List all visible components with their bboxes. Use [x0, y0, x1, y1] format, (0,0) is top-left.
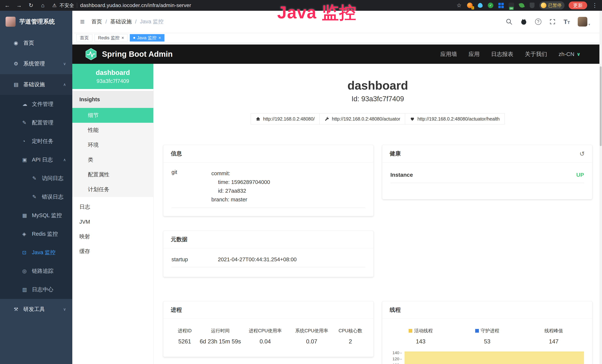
font-size-small-glyph: T: [568, 20, 570, 25]
app-title: 芋道管理系统: [19, 18, 55, 26]
reload-icon[interactable]: ↻: [27, 0, 34, 11]
sba-item-classes[interactable]: 类: [72, 152, 153, 167]
sidebar-item-system-mgmt[interactable]: ⚙ 系统管理 ∨: [0, 54, 72, 74]
history-icon[interactable]: ↺: [580, 150, 585, 157]
on-badge: on: [509, 7, 514, 10]
font-size-icon[interactable]: T T: [564, 19, 570, 25]
sidebar-item-config-mgmt[interactable]: ✎ 配置管理: [0, 114, 72, 132]
sidebar-item-error-logs[interactable]: ✎ 错误日志: [0, 188, 72, 206]
extension-pin-icon[interactable]: [529, 2, 535, 9]
sidebar-item-infrastructure[interactable]: ▤ 基础设施 ∧: [0, 74, 72, 95]
sidebar-item-label: 首页: [23, 39, 34, 47]
extension-switch-icon[interactable]: on: [508, 2, 515, 9]
sba-item-logs[interactable]: 日志: [72, 200, 153, 214]
legend-label-text: 线程峰值: [545, 328, 563, 334]
health-url-link[interactable]: http://192.168.0.2:48080/actuator/health: [405, 113, 505, 124]
avatar: [578, 17, 587, 27]
tab-java-monitor[interactable]: Java 监控 ×: [130, 34, 164, 42]
sba-sidebar: dashboard 93a3fc7f7409 Insights 细节 性能 环境…: [72, 64, 153, 364]
chevron-down-icon: ∨: [577, 51, 580, 57]
address-bar[interactable]: ⚠ 不安全 dashboard.yudao.iocoder.cn/infra/a…: [52, 2, 451, 9]
breadcrumb: 首页 / 基础设施 / Java 监控: [91, 18, 163, 25]
screen: ← → ↻ ⌂ ⚠ 不安全 dashboard.yudao.iocoder.cn…: [0, 0, 602, 364]
sba-item-performance[interactable]: 性能: [72, 123, 153, 138]
sba-item-config-props[interactable]: 配置属性: [72, 167, 153, 182]
sidebar-item-file-mgmt[interactable]: ☁ 文件管理: [0, 95, 72, 114]
browser-home-icon[interactable]: ⌂: [39, 0, 46, 11]
browser-menu-icon[interactable]: ⋮: [591, 0, 598, 11]
help-icon[interactable]: ?: [535, 19, 541, 25]
page-title: dashboard: [163, 79, 592, 92]
forward-icon[interactable]: →: [16, 0, 23, 11]
sba-item-scheduled-tasks[interactable]: 计划任务: [72, 182, 153, 197]
breadcrumb-separator: /: [106, 19, 107, 25]
extension-grid-icon[interactable]: [498, 2, 504, 9]
sba-nav-applications[interactable]: 应用: [469, 50, 480, 58]
sidebar-item-home[interactable]: ◉ 首页: [0, 33, 72, 54]
language-selector[interactable]: zh-CN ∨: [559, 51, 580, 57]
sba-nav-journal[interactable]: 日志报表: [491, 50, 513, 58]
sidebar-item-redis-monitor[interactable]: ◈ Redis 监控: [0, 225, 72, 243]
tab-home[interactable]: 首页: [76, 34, 92, 42]
sba-item-details[interactable]: 细节: [72, 108, 153, 123]
hamburger-icon[interactable]: ≡: [80, 18, 85, 26]
service-url-link[interactable]: http://192.168.0.2:48080/: [251, 113, 320, 124]
sidebar-item-log-center[interactable]: ▥ 日志中心: [0, 280, 72, 299]
health-card-title: 健康: [390, 150, 401, 157]
browser-update-button[interactable]: 更新: [569, 1, 587, 9]
sba-selected-application[interactable]: dashboard 93a3fc7f7409: [72, 64, 153, 89]
breadcrumb-home[interactable]: 首页: [91, 18, 102, 25]
github-icon[interactable]: [520, 18, 527, 25]
sba-item-environment[interactable]: 环境: [72, 138, 153, 152]
tab-redis-monitor[interactable]: Redis 监控 ×: [95, 34, 128, 42]
sidebar-item-label: Java 监控: [32, 249, 55, 256]
extension-drop-icon[interactable]: [477, 2, 483, 9]
git-commit-line: commit:: [211, 169, 365, 178]
topbar-actions: ? T T ▾: [506, 17, 590, 27]
breadcrumb-infrastructure[interactable]: 基础设施: [110, 18, 132, 25]
profile-paused-badge[interactable]: 已暂停: [539, 1, 565, 10]
sidebar-item-label: 访问日志: [42, 175, 64, 182]
close-icon[interactable]: ×: [121, 36, 124, 40]
sba-brand[interactable]: Spring Boot Admin: [85, 48, 172, 60]
sidebar-item-api-logs[interactable]: ▣ API 日志 ∧: [0, 150, 72, 169]
scrollbar-thumb[interactable]: [600, 66, 602, 146]
browser-actions: ☆ 1 ✓ on 已暂停 更新 ⋮: [456, 0, 598, 11]
sidebar-item-dev-tools[interactable]: ⚒ 研发工具 ∨: [0, 299, 72, 320]
col-uptime: 运行时间: [199, 328, 242, 334]
sba-item-jvm[interactable]: JVM: [72, 214, 153, 229]
col-process-cpu: 进程CPU使用率: [242, 328, 289, 334]
close-icon[interactable]: ×: [158, 36, 161, 40]
user-avatar[interactable]: ▾: [578, 17, 590, 27]
app-logo[interactable]: 芋道管理系统: [0, 11, 72, 33]
profile-avatar-icon: [541, 3, 546, 8]
sba-nav-wallboard[interactable]: 应用墙: [440, 50, 457, 58]
extension-leaf-icon[interactable]: [519, 2, 525, 9]
search-icon[interactable]: [506, 18, 512, 25]
extension-fox-icon[interactable]: 1: [467, 2, 473, 9]
instance-id: Id: 93a3fc7f7409: [163, 95, 592, 103]
actuator-url-link[interactable]: http://192.168.0.2:48080/actuator: [320, 113, 405, 124]
caret-down-icon: ▾: [589, 22, 590, 27]
access-log-icon: ✎: [32, 175, 40, 181]
fullscreen-icon[interactable]: [549, 18, 556, 25]
sidebar-item-scheduled-jobs[interactable]: ◔ 定时任务: [0, 132, 72, 150]
sba-item-mappings[interactable]: 映射: [72, 229, 153, 244]
sba-nav-about[interactable]: 关于我们: [525, 50, 547, 58]
sidebar-item-access-logs[interactable]: ✎ 访问日志: [0, 169, 72, 188]
scrollbar-track[interactable]: [599, 11, 602, 364]
annotation-java-monitor: Java 监控: [277, 1, 356, 24]
sidebar-item-java-monitor[interactable]: ⊡ Java 监控: [0, 243, 72, 262]
info-card: 信息 git commit: time: 1596289704000 id: 2: [163, 145, 374, 216]
back-icon[interactable]: ←: [4, 0, 11, 11]
url-text: dashboard.yudao.iocoder.cn/infra/admin-s…: [80, 2, 191, 8]
instance-links: http://192.168.0.2:48080/ http://192.168…: [163, 113, 592, 124]
bookmark-star-icon[interactable]: ☆: [456, 0, 462, 11]
extension-check-icon[interactable]: ✓: [487, 2, 494, 9]
sidebar-item-label: 配置管理: [32, 119, 54, 127]
sidebar-item-tracing[interactable]: ◎ 链路追踪: [0, 262, 72, 280]
sba-item-caches[interactable]: 缓存: [72, 244, 153, 259]
sidebar-item-mysql-monitor[interactable]: ▦ MySQL 监控: [0, 206, 72, 225]
blue-square-icon: [475, 329, 479, 333]
wrench-icon: [324, 117, 329, 121]
